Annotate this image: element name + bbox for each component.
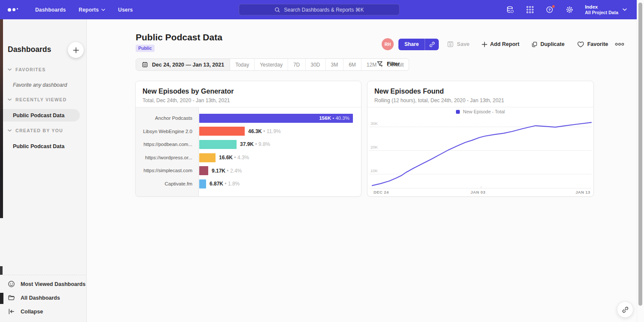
more-icon	[615, 43, 624, 46]
notification-dot	[552, 5, 555, 8]
more-options-button[interactable]	[615, 43, 624, 46]
bar-3[interactable]	[199, 140, 237, 149]
filter-button[interactable]: Filter	[377, 61, 400, 67]
x-tick-dec24: DEC 24	[374, 190, 389, 194]
bar-value-label: 46.3K • 11.9%	[248, 128, 281, 134]
add-report-label: Add Report	[490, 41, 519, 47]
avatar[interactable]: RH	[382, 38, 394, 50]
date-preset-yesterday[interactable]: Yesterday	[255, 59, 288, 70]
bar-row: 156K • 40.3%	[199, 112, 361, 125]
calendar-icon	[142, 61, 148, 68]
apps-grid-icon[interactable]	[526, 6, 534, 14]
line-chart-card: New Episodes Found Rolling (12 hours), t…	[367, 81, 594, 197]
most-viewed-dashboards-button[interactable]: Most Viewed Dashboards	[8, 280, 85, 288]
plus-icon	[73, 47, 79, 53]
save-label: Save	[457, 41, 469, 47]
date-preset-6m[interactable]: 6M	[343, 59, 361, 70]
search-input[interactable]: Search Dashboards & Reports ⌘K	[239, 4, 400, 15]
chevron-down-icon	[101, 9, 105, 11]
bar-chart-subtitle: Total, Dec 24th, 2020 - Jan 13th, 2021	[143, 97, 230, 103]
footer-label: Most Viewed Dashboards	[21, 281, 85, 287]
footer-label: Collapse	[21, 309, 43, 315]
visibility-badge: Public	[136, 45, 155, 52]
section-label: FAVORITES	[15, 67, 46, 72]
duplicate-icon	[531, 41, 538, 48]
bar-6[interactable]	[199, 179, 206, 188]
section-favorites[interactable]: FAVORITES	[8, 67, 46, 72]
bar-value-label: 16.6K • 4.3%	[219, 155, 249, 161]
section-label: RECENTLY VIEWED	[15, 97, 67, 102]
sidebar-footer: Most Viewed Dashboards All Dashboards Co…	[3, 275, 86, 322]
nav-label: Dashboards	[35, 7, 66, 13]
logo-icon[interactable]	[8, 8, 22, 12]
date-preset-30d[interactable]: 30D	[306, 59, 326, 70]
nav-item-reports[interactable]: Reports	[79, 7, 105, 13]
legend-label: New Episode - Total	[463, 109, 505, 114]
chevron-down-icon	[8, 68, 12, 71]
bar-row: 16.6K • 4.3%	[199, 151, 361, 164]
bar-category-label: https://simplecast.com	[136, 164, 198, 177]
add-report-button[interactable]: Add Report	[482, 41, 519, 47]
footer-label: All Dashboards	[21, 295, 60, 301]
bar-5[interactable]	[199, 166, 208, 175]
bar-value-label: 6.87K • 1.8%	[210, 181, 240, 187]
bar-category-label: https://wordpress.or...	[136, 151, 198, 164]
nav-item-users[interactable]: Users	[118, 7, 133, 13]
save-button[interactable]: Save	[447, 41, 469, 48]
data-icon[interactable]	[506, 6, 514, 14]
settings-icon[interactable]	[565, 6, 574, 14]
date-preset-7d[interactable]: 7D	[288, 59, 305, 70]
line-series	[372, 122, 592, 185]
section-label: CREATED BY YOU	[15, 128, 63, 133]
plus-icon	[482, 42, 487, 47]
bar-category-label: Libsyn WebEngine 2.0	[136, 125, 198, 138]
bar-category-label: Captivate.fm	[136, 177, 198, 191]
section-recently-viewed[interactable]: RECENTLY VIEWED	[8, 97, 67, 102]
collapse-icon	[8, 308, 15, 315]
action-bar: RH Share Save Add Report Duplicate Favor…	[382, 38, 624, 50]
bar-2[interactable]	[199, 127, 245, 136]
top-navbar: Dashboards Reports Users Search Dashboar…	[0, 0, 644, 19]
bar-category-label: Anchor Podcasts	[136, 112, 198, 125]
app-root: Dashboards Reports Users Search Dashboar…	[0, 0, 644, 322]
date-preset-today[interactable]: Today	[230, 59, 255, 70]
svg-text:?: ?	[548, 8, 551, 12]
divider	[368, 107, 593, 107]
scrollbar-track	[637, 0, 644, 322]
favorite-button[interactable]: Favorite	[577, 41, 608, 48]
sidebar-item-public-podcast-data-created[interactable]: Public Podcast Data	[13, 143, 64, 149]
bar-1[interactable]: 156K • 40.3%	[199, 114, 353, 123]
scrollbar-thumb[interactable]	[638, 3, 642, 306]
collapse-sidebar-button[interactable]: Collapse	[8, 308, 43, 315]
x-tick-jan13: JAN 13	[575, 190, 590, 194]
sidebar: Dashboards FAVORITES Favorite any dashbo…	[0, 19, 87, 322]
heart-icon	[577, 41, 584, 48]
link-icon	[429, 41, 435, 48]
help-icon[interactable]: ?	[545, 6, 554, 14]
nav-item-dashboards[interactable]: Dashboards	[35, 7, 66, 13]
x-tick-jan03: JAN 03	[471, 190, 486, 194]
date-range-button[interactable]: Dec 24, 2020 — Jan 13, 2021	[136, 59, 230, 70]
date-preset-3m[interactable]: 3M	[326, 59, 344, 70]
filter-label: Filter	[387, 61, 400, 67]
page-title: Public Podcast Data	[136, 32, 222, 43]
add-dashboard-button[interactable]	[68, 42, 84, 58]
legend-swatch	[456, 110, 460, 114]
filter-icon	[377, 61, 383, 67]
duplicate-button[interactable]: Duplicate	[531, 41, 565, 48]
share-button[interactable]: Share	[398, 39, 425, 50]
bar-value-label: 9.17K • 2.4%	[212, 168, 242, 174]
copy-link-floating-button[interactable]	[617, 301, 633, 318]
bar-row: 37.9K • 9.8%	[199, 138, 361, 151]
sidebar-item-public-podcast-data-recent[interactable]: Public Podcast Data	[13, 112, 64, 118]
project-selector[interactable]: Index All Project Data	[585, 4, 627, 15]
share-link-button[interactable]	[425, 39, 439, 50]
x-axis-line	[370, 188, 591, 188]
chart-legend: New Episode - Total	[368, 109, 593, 114]
bar-4[interactable]	[199, 153, 216, 162]
favorites-empty-hint: Favorite any dashboard	[13, 82, 67, 88]
all-dashboards-button[interactable]: All Dashboards	[8, 294, 60, 301]
section-created-by-you[interactable]: CREATED BY YOU	[8, 128, 63, 133]
line-chart-title: New Episodes Found	[374, 88, 444, 95]
x-axis-tick	[481, 186, 481, 188]
